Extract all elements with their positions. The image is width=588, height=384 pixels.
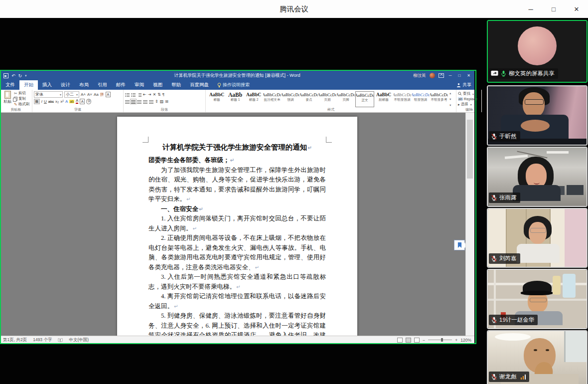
grow-font-button[interactable]: A˄ — [81, 92, 86, 97]
participant-tile[interactable]: 谢龙彪 — [487, 330, 588, 384]
multilevel-list-button[interactable] — [137, 93, 142, 96]
text-effects-button[interactable]: A — [65, 99, 68, 104]
strikethrough-button[interactable]: abc — [48, 100, 54, 103]
tab-baidu-netdisk[interactable]: 百度网盘 — [185, 80, 213, 90]
tab-view[interactable]: 视图 — [148, 80, 167, 90]
proofing-icon[interactable] — [58, 338, 63, 343]
enclose-characters-button[interactable]: 字 — [86, 99, 91, 104]
sort-button[interactable]: ⇅ — [157, 92, 161, 97]
scrollbar-thumb[interactable] — [467, 120, 473, 179]
align-center-button[interactable] — [131, 100, 136, 103]
style-item-heading[interactable]: AaBbC标题 — [208, 91, 226, 107]
select-button[interactable]: ▸ 选择▾ — [458, 102, 480, 107]
align-left-button[interactable] — [125, 100, 130, 103]
find-button[interactable]: 查找▾ — [458, 91, 480, 96]
increase-indent-button[interactable]: ⇥ — [148, 92, 151, 97]
page-indicator[interactable]: 第1页, 共2页 — [3, 337, 27, 343]
underline-button[interactable]: U — [44, 99, 47, 104]
show-marks-button[interactable]: ¶ — [162, 92, 164, 97]
phonetic-guide-button[interactable]: 拼 — [100, 92, 104, 97]
font-name-select[interactable]: 宋体▾ — [34, 91, 63, 98]
undo-icon[interactable]: ↶ — [11, 73, 15, 78]
save-icon[interactable] — [3, 73, 8, 78]
style-item-footer[interactable]: AaBbCcDd页脚 — [337, 91, 355, 107]
zoom-out-button[interactable]: − — [423, 338, 425, 343]
tab-home[interactable]: 开始 — [19, 80, 38, 90]
vertical-scrollbar[interactable] — [465, 113, 474, 336]
style-item-balloon-text[interactable]: AaBbCcDd批注框文本 — [263, 91, 281, 107]
zoom-slider[interactable] — [428, 340, 452, 340]
bookmark-flyout[interactable] — [454, 240, 465, 250]
shading-button[interactable]: ▨ — [160, 99, 164, 104]
style-item-emphasis[interactable]: AaBbCcDd强调 — [282, 91, 299, 107]
language-indicator[interactable]: 中文(中国) — [69, 337, 89, 343]
app-maximize-button[interactable]: □ — [542, 0, 565, 18]
style-item-normal[interactable]: AaBbCcDd正文 — [355, 91, 374, 107]
style-item-subtle-emphasis[interactable]: AaBbCcDd不明显强调 — [393, 91, 411, 107]
word-minimize-button[interactable]: ─ — [447, 73, 453, 78]
tab-review[interactable]: 审阅 — [130, 80, 148, 90]
participant-tile-share[interactable]: 柳文英的屏幕共享 — [487, 20, 588, 83]
tab-help[interactable]: 帮助 — [167, 80, 185, 90]
italic-button[interactable]: I — [41, 99, 42, 104]
document-page[interactable]: 计算机学院关于强化学生旅游安全管理的通知 团委学生会各部委、各班级； 为了加强我… — [117, 117, 357, 336]
account-name[interactable]: 柳汶英 — [413, 73, 426, 79]
word-close-button[interactable]: ✕ — [465, 73, 472, 78]
superscript-button[interactable]: x² — [60, 99, 64, 104]
word-share-button[interactable]: 共享 — [456, 80, 471, 90]
participant-tile[interactable]: 于昕然 — [487, 85, 588, 146]
style-item-heading2[interactable]: AaBbC标题 2 — [245, 91, 263, 107]
justify-button[interactable] — [143, 100, 147, 103]
style-item-heading1[interactable]: AaBb标题 1 — [226, 91, 244, 107]
character-border-button[interactable]: A — [106, 92, 111, 97]
style-item-intense-emphasis[interactable]: AaBbCcDd明显强调 — [412, 91, 430, 107]
read-mode-button[interactable] — [397, 338, 403, 343]
participant-tile[interactable]: 19计一赵金华 — [487, 269, 588, 329]
ribbon-display-options-icon[interactable] — [439, 73, 444, 78]
highlight-color-button[interactable]: ab — [69, 100, 74, 103]
participant-tile[interactable]: 刘芮嘉 — [487, 208, 588, 268]
line-spacing-button[interactable]: ⇕ — [155, 99, 158, 104]
replace-button[interactable]: ab Replace — [458, 97, 480, 101]
word-restore-button[interactable]: □ — [456, 73, 462, 78]
subscript-button[interactable]: x₂ — [55, 99, 59, 104]
distribute-button[interactable] — [149, 100, 153, 103]
bold-button[interactable]: B — [34, 99, 40, 104]
font-color-button[interactable]: A — [76, 99, 78, 104]
style-item-header[interactable]: AaBbCcDd页眉 — [318, 91, 336, 107]
word-count[interactable]: 1493 个字 — [33, 337, 52, 343]
cjk-layout-button[interactable]: ✕ — [152, 92, 156, 97]
cut-button[interactable]: ✂剪切 — [14, 91, 29, 96]
borders-button[interactable]: ⊞ — [165, 99, 168, 104]
character-shading-button[interactable]: A — [80, 99, 85, 104]
paste-button[interactable]: 粘贴 — [2, 91, 12, 107]
tab-references[interactable]: 引用 — [93, 80, 112, 90]
account-avatar[interactable] — [430, 73, 435, 78]
print-layout-button[interactable] — [406, 338, 411, 343]
bullets-button[interactable] — [125, 93, 130, 96]
tab-file[interactable]: 文件 — [1, 80, 19, 90]
styles-gallery-scroll[interactable]: ▲▼▼ — [448, 91, 451, 107]
copy-button[interactable]: 复制 — [14, 96, 29, 101]
participant-tile[interactable]: 张雨露 — [487, 147, 588, 207]
redo-icon[interactable]: ↻ — [18, 73, 22, 78]
style-item-subtitle[interactable]: AaBbC副标题 — [375, 91, 393, 107]
style-item-keypoints[interactable]: AaBbCcDd要点 — [300, 91, 318, 107]
zoom-level[interactable]: 120% — [460, 338, 471, 343]
tab-design[interactable]: 设计 — [56, 80, 75, 90]
collapse-ribbon-icon[interactable]: ˄ — [471, 108, 473, 112]
shrink-font-button[interactable]: A˅ — [87, 92, 92, 97]
align-right-button[interactable] — [137, 100, 142, 103]
format-painter-button[interactable]: ✎格式刷 — [14, 102, 29, 107]
numbering-button[interactable] — [131, 93, 136, 96]
change-case-button[interactable]: Aa — [94, 92, 99, 97]
zoom-slider-thumb[interactable] — [441, 338, 443, 342]
decrease-indent-button[interactable]: ⇤ — [143, 92, 147, 97]
zoom-in-button[interactable]: + — [455, 338, 457, 343]
app-close-button[interactable]: ✕ — [565, 0, 588, 18]
app-minimize-button[interactable]: ─ — [519, 0, 542, 18]
tab-layout[interactable]: 布局 — [75, 80, 93, 90]
tab-mailings[interactable]: 邮件 — [112, 80, 130, 90]
web-layout-button[interactable] — [414, 338, 420, 343]
tell-me-search[interactable]: 操作说明搜索 — [213, 80, 254, 90]
